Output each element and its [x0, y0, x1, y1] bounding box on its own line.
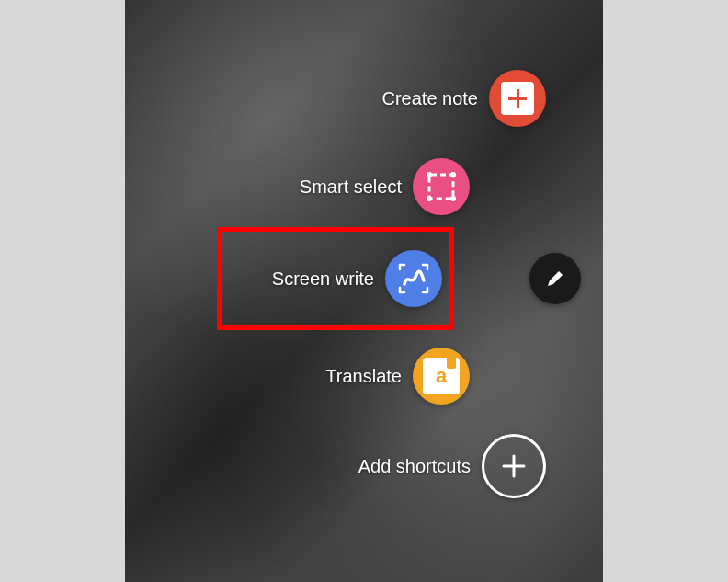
svg-rect-0: [429, 175, 453, 199]
menu-item-label: Create note: [381, 88, 478, 109]
menu-item-label: Translate: [325, 366, 402, 387]
menu-item-label: Screen write: [272, 268, 374, 290]
svg-point-1: [427, 172, 432, 177]
scribble-icon: [385, 250, 442, 307]
pencil-icon: [545, 268, 565, 289]
menu-item-smart-select[interactable]: Smart select: [300, 158, 470, 215]
crop-icon: [413, 158, 470, 215]
air-command-menu: Create note Smart select Screen write: [125, 0, 603, 582]
menu-item-translate[interactable]: Translate a: [325, 348, 470, 405]
menu-item-screen-write[interactable]: Screen write: [272, 250, 442, 307]
translate-icon: a: [413, 348, 470, 405]
svg-point-4: [450, 196, 456, 201]
note-plus-icon: [489, 70, 546, 127]
plus-icon: [482, 434, 546, 498]
menu-item-label: Add shortcuts: [358, 456, 471, 477]
edit-fab[interactable]: [529, 253, 581, 304]
svg-point-3: [427, 196, 432, 201]
menu-item-add-shortcuts[interactable]: Add shortcuts: [358, 434, 546, 498]
menu-item-create-note[interactable]: Create note: [381, 70, 546, 127]
blurred-home-screen: Create note Smart select Screen write: [125, 0, 603, 582]
menu-item-label: Smart select: [300, 177, 402, 198]
svg-point-2: [450, 172, 456, 177]
